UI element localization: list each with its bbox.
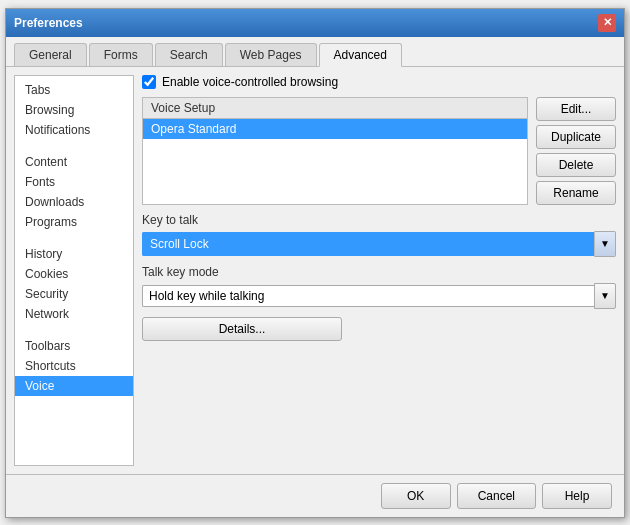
- key-to-talk-dropdown-row: Scroll Lock ▼: [142, 231, 616, 257]
- voice-list-body: Opera Standard: [143, 119, 527, 204]
- content-area: Tabs Browsing Notifications Content Font…: [6, 67, 624, 474]
- footer: OK Cancel Help: [6, 474, 624, 517]
- help-button[interactable]: Help: [542, 483, 612, 509]
- cancel-button[interactable]: Cancel: [457, 483, 536, 509]
- voice-list-container: Voice Setup Opera Standard: [142, 97, 528, 205]
- sidebar-item-security[interactable]: Security: [15, 284, 133, 304]
- sidebar-item-history[interactable]: History: [15, 244, 133, 264]
- sidebar-group-1: Tabs Browsing Notifications: [15, 80, 133, 140]
- sidebar-group-2: Content Fonts Downloads Programs: [15, 152, 133, 232]
- title-bar: Preferences ✕: [6, 9, 624, 37]
- close-button[interactable]: ✕: [598, 14, 616, 32]
- enable-voice-row: Enable voice-controlled browsing: [142, 75, 616, 89]
- sidebar-item-voice[interactable]: Voice: [15, 376, 133, 396]
- ok-button[interactable]: OK: [381, 483, 451, 509]
- duplicate-button[interactable]: Duplicate: [536, 125, 616, 149]
- preferences-window: Preferences ✕ General Forms Search Web P…: [5, 8, 625, 518]
- window-title: Preferences: [14, 16, 83, 30]
- talk-key-section: Talk key mode Hold key while talking ▼: [142, 265, 616, 309]
- sidebar-item-content[interactable]: Content: [15, 152, 133, 172]
- tab-forms[interactable]: Forms: [89, 43, 153, 66]
- enable-voice-checkbox[interactable]: [142, 75, 156, 89]
- tab-search[interactable]: Search: [155, 43, 223, 66]
- sidebar: Tabs Browsing Notifications Content Font…: [14, 75, 134, 466]
- sidebar-item-notifications[interactable]: Notifications: [15, 120, 133, 140]
- sidebar-item-tabs[interactable]: Tabs: [15, 80, 133, 100]
- sidebar-item-toolbars[interactable]: Toolbars: [15, 336, 133, 356]
- tabs-bar: General Forms Search Web Pages Advanced: [6, 37, 624, 67]
- sidebar-item-programs[interactable]: Programs: [15, 212, 133, 232]
- enable-voice-label: Enable voice-controlled browsing: [162, 75, 338, 89]
- talk-key-mode-arrow[interactable]: ▼: [594, 283, 616, 309]
- key-to-talk-section: Key to talk Scroll Lock ▼: [142, 213, 616, 257]
- talk-key-mode-dropdown: Hold key while talking ▼: [142, 283, 616, 309]
- sidebar-item-fonts[interactable]: Fonts: [15, 172, 133, 192]
- sidebar-item-network[interactable]: Network: [15, 304, 133, 324]
- delete-button[interactable]: Delete: [536, 153, 616, 177]
- details-button[interactable]: Details...: [142, 317, 342, 341]
- tab-webpages[interactable]: Web Pages: [225, 43, 317, 66]
- edit-button[interactable]: Edit...: [536, 97, 616, 121]
- talk-key-mode-label: Talk key mode: [142, 265, 616, 279]
- main-panel: Enable voice-controlled browsing Voice S…: [142, 75, 616, 466]
- tab-advanced[interactable]: Advanced: [319, 43, 402, 67]
- key-to-talk-arrow[interactable]: ▼: [594, 231, 616, 257]
- sidebar-group-4: Toolbars Shortcuts Voice: [15, 336, 133, 396]
- voice-buttons: Edit... Duplicate Delete Rename: [536, 97, 616, 205]
- sidebar-item-shortcuts[interactable]: Shortcuts: [15, 356, 133, 376]
- sidebar-item-downloads[interactable]: Downloads: [15, 192, 133, 212]
- talk-key-mode-value[interactable]: Hold key while talking: [142, 285, 594, 307]
- sidebar-item-browsing[interactable]: Browsing: [15, 100, 133, 120]
- tab-general[interactable]: General: [14, 43, 87, 66]
- voice-list-item[interactable]: Opera Standard: [143, 119, 527, 139]
- key-to-talk-label: Key to talk: [142, 213, 616, 227]
- voice-section: Voice Setup Opera Standard Edit... Dupli…: [142, 97, 616, 205]
- key-to-talk-value[interactable]: Scroll Lock: [142, 232, 594, 256]
- rename-button[interactable]: Rename: [536, 181, 616, 205]
- voice-list-header: Voice Setup: [143, 98, 527, 119]
- sidebar-group-3: History Cookies Security Network: [15, 244, 133, 324]
- sidebar-item-cookies[interactable]: Cookies: [15, 264, 133, 284]
